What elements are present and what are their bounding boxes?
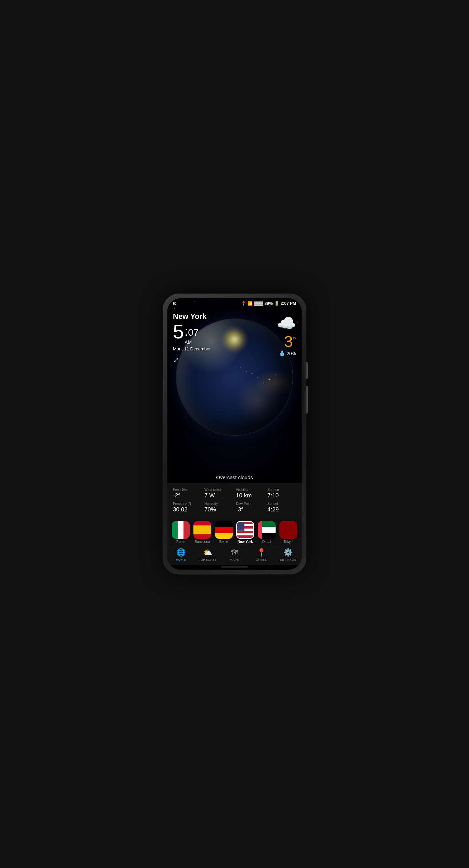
feels-like-label: Feels like (173, 488, 202, 492)
bottom-nav: 🌐 HOME ⛅ FORECAST 🗺 MAPS 📍 CITIES ⚙️ (167, 545, 302, 565)
temp-display: 3 ° (284, 334, 296, 349)
battery-text: 89% (265, 301, 273, 306)
time-separator: : (185, 324, 188, 339)
city-flag-newyork (236, 521, 254, 539)
city-item-tokyo[interactable]: Tokyo (279, 521, 297, 544)
earth-section: 🖼 📍 📶 ▓▓▓ 89% 🔋 2:07 PM New York (167, 298, 302, 483)
share-icon[interactable]: ⤢ (173, 356, 296, 364)
nav-maps[interactable]: 🗺 MAPS (224, 548, 245, 561)
city-label-dubai: Dubai (262, 540, 271, 544)
volume-button[interactable] (306, 386, 308, 413)
phone-frame: 🖼 📍 📶 ▓▓▓ 89% 🔋 2:07 PM New York (163, 294, 306, 574)
city-item-barcelona[interactable]: Barcelona (193, 521, 211, 544)
detail-visibility: Visibility 10 km (236, 488, 265, 499)
dew-point-label: Dew Point (236, 502, 265, 506)
detail-humidity: Humidity 70% (204, 502, 233, 513)
power-button[interactable] (306, 362, 308, 379)
city-item-berlin[interactable]: Berlin (215, 521, 233, 544)
cities-icon: 📍 (257, 548, 266, 557)
city-flag-tokyo (279, 521, 297, 539)
sunset-value: 4:29 (267, 506, 296, 513)
city-label-rome: Rome (176, 540, 186, 544)
time-detail: : 07 AM (185, 324, 199, 345)
visibility-value: 10 km (236, 492, 265, 499)
nav-bottom-line (221, 566, 248, 568)
home-icon: 🌐 (176, 548, 186, 557)
maps-label: MAPS (230, 558, 239, 561)
time-hour: 5 (173, 322, 184, 342)
forecast-icon: ⛅ (203, 548, 212, 557)
condition-label: Overcast clouds (167, 474, 302, 483)
home-label: HOME (176, 558, 186, 561)
city-shortcuts: Rome Barcelona Berlin New York (167, 518, 302, 545)
weather-right: ☁️ 3 ° 💧 20% (277, 314, 296, 357)
clock-text: 2:07 PM (281, 301, 296, 306)
image-icon: 🖼 (173, 301, 177, 306)
status-left: 🖼 (173, 301, 177, 306)
nav-settings[interactable]: ⚙️ SETTINGS (278, 548, 299, 561)
city-flag-berlin (215, 521, 233, 539)
maps-icon: 🗺 (231, 548, 238, 557)
city-flag-dubai (258, 521, 276, 539)
humidity-label: Humidity (204, 502, 233, 506)
battery-icon: 🔋 (274, 301, 279, 306)
location-icon: 📍 (241, 301, 246, 306)
city-item-dubai[interactable]: Dubai (258, 521, 276, 544)
signal-icon: ▓▓▓ (254, 301, 263, 306)
sunset-label: Sunset (267, 502, 296, 506)
city-flag-rome (172, 521, 190, 539)
wind-value: 7 W (204, 492, 233, 499)
rain-icon: 💧 (279, 350, 286, 357)
pressure-value: 30.02 (173, 506, 202, 513)
settings-label: SETTINGS (280, 558, 296, 561)
city-item-rome[interactable]: Rome (172, 521, 190, 544)
temp-degree: ° (293, 335, 296, 345)
time-minutes: 07 (188, 327, 199, 338)
city-item-newyork[interactable]: New York (236, 521, 254, 544)
pressure-label: Pressure (") (173, 502, 202, 506)
nav-forecast[interactable]: ⛅ FORECAST (198, 548, 218, 561)
sunrise-value: 7:10 (267, 492, 296, 499)
humidity-value: 70% (204, 506, 233, 513)
nav-cities[interactable]: 📍 CITIES (251, 548, 271, 561)
detail-wind: Wind (m/s) 7 W (204, 488, 233, 499)
city-label-tokyo: Tokyo (284, 540, 293, 544)
detail-pressure: Pressure (") 30.02 (173, 502, 202, 513)
detail-dew-point: Dew Point -3° (236, 502, 265, 513)
nav-home[interactable]: 🌐 HOME (170, 548, 191, 561)
settings-icon: ⚙️ (283, 548, 293, 557)
status-bar: 🖼 📍 📶 ▓▓▓ 89% 🔋 2:07 PM (167, 298, 302, 307)
feels-like-value: -2° (173, 492, 202, 499)
phone-screen: 🖼 📍 📶 ▓▓▓ 89% 🔋 2:07 PM New York (167, 298, 302, 570)
city-flag-barcelona (193, 521, 211, 539)
city-label-berlin: Berlin (219, 540, 228, 544)
wifi-icon: 📶 (248, 301, 253, 306)
status-right: 📍 📶 ▓▓▓ 89% 🔋 2:07 PM (241, 301, 296, 306)
forecast-label: FORECAST (199, 558, 217, 561)
cloud-icon: ☁️ (277, 314, 296, 332)
visibility-label: Visibility (236, 488, 265, 492)
city-label-barcelona: Barcelona (194, 540, 210, 544)
city-label-newyork: New York (238, 540, 253, 544)
dew-point-value: -3° (236, 506, 265, 513)
detail-feels-like: Feels like -2° (173, 488, 202, 499)
wind-label: Wind (m/s) (204, 488, 233, 492)
precip-info: 💧 20% (279, 350, 296, 357)
cities-label: CITIES (256, 558, 267, 561)
weather-details: Feels like -2° Wind (m/s) 7 W Visibility… (167, 483, 302, 518)
sunrise-label: Sunrise (267, 488, 296, 492)
precip-value: 20% (287, 351, 296, 356)
detail-sunrise: Sunrise 7:10 (267, 488, 296, 499)
time-ampm: AM (185, 339, 199, 345)
detail-sunset: Sunset 4:29 (267, 502, 296, 513)
temp-value: 3 (284, 334, 293, 349)
screen: 🖼 📍 📶 ▓▓▓ 89% 🔋 2:07 PM New York (167, 298, 302, 570)
